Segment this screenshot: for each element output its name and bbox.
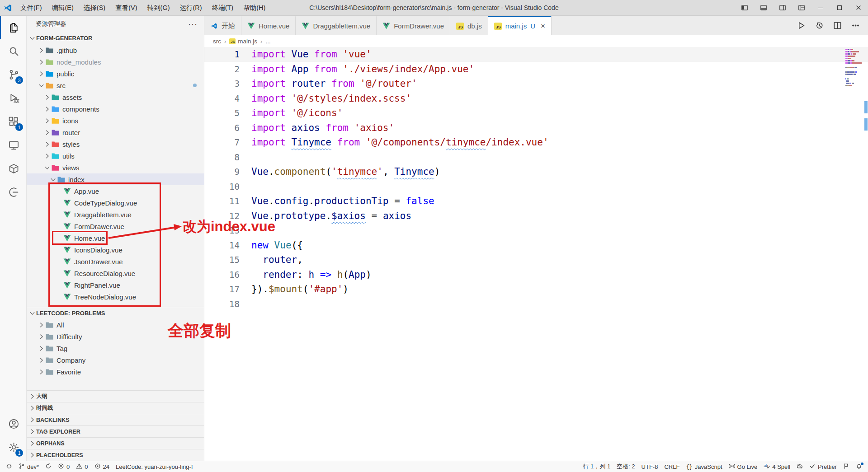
tree-item-treenodedialog.vue[interactable]: TreeNodeDialog.vue <box>27 291 204 303</box>
tree-item-draggableitem.vue[interactable]: DraggableItem.vue <box>27 209 204 220</box>
activity-containers-icon[interactable] <box>0 157 26 180</box>
menu-e[interactable]: 编辑(E) <box>47 0 79 15</box>
status-leetcode-account[interactable]: LeetCode: yuan-zui-you-ling-f <box>113 461 196 472</box>
section-tag-explorer[interactable]: TAG EXPLORER <box>27 425 204 437</box>
status-spell-checker[interactable]: ab4 Spell <box>760 461 793 472</box>
leetcode-item-difficulty[interactable]: Difficulty <box>27 331 204 342</box>
code-line-3[interactable]: 3import router from '@/router' <box>204 76 868 91</box>
status-indentation[interactable]: 空格: 2 <box>613 461 638 472</box>
code-line-10[interactable]: 10 <box>204 179 868 194</box>
breadcrumb-src[interactable]: src <box>213 38 221 45</box>
maximize-button[interactable] <box>830 0 849 15</box>
status-prettier[interactable]: Prettier <box>806 461 840 472</box>
status-remote[interactable] <box>3 461 15 472</box>
status-sync-changes[interactable] <box>42 461 55 472</box>
customize-layout-button[interactable] <box>792 0 811 15</box>
leetcode-item-all[interactable]: All <box>27 319 204 331</box>
activity-extensions-icon[interactable]: 1 <box>0 110 26 133</box>
section-form-generator[interactable]: FORM-GENERATOR <box>27 32 204 44</box>
tree-item-components[interactable]: components <box>27 103 204 115</box>
code-line-4[interactable]: 4import '@/styles/index.scss' <box>204 91 868 106</box>
section-leetcode-problems[interactable]: LEETCODE: PROBLEMS <box>27 307 204 319</box>
tree-item-router[interactable]: router <box>27 126 204 138</box>
activity-remote-explorer-icon[interactable] <box>0 133 26 157</box>
leetcode-item-favorite[interactable]: Favorite <box>27 366 204 378</box>
toggle-secondary-sidebar-button[interactable] <box>773 0 792 15</box>
code-line-9[interactable]: 9Vue.component('tinymce', Tinymce) <box>204 164 868 179</box>
tree-item-views[interactable]: views <box>27 162 204 173</box>
code-line-6[interactable]: 6import axios from 'axios' <box>204 121 868 136</box>
breadcrumb-...[interactable]: ... <box>265 38 270 45</box>
tab-db.js[interactable]: JSdb.js <box>450 16 488 35</box>
section-时间线[interactable]: 时间线 <box>27 402 204 414</box>
menu-s[interactable]: 选择(S) <box>79 0 110 15</box>
tree-item-codetypedialog.vue[interactable]: CodeTypeDialog.vue <box>27 197 204 209</box>
code-line-7[interactable]: 7import Tinymce from '@/components/tinym… <box>204 135 868 150</box>
code-line-8[interactable]: 8 <box>204 150 868 165</box>
leetcode-item-company[interactable]: Company <box>27 354 204 366</box>
code-line-16[interactable]: 16 render: h => h(App) <box>204 267 868 282</box>
status-git-branch[interactable]: dev* <box>15 461 42 472</box>
activity-account-icon[interactable] <box>0 412 26 435</box>
tab-[interactable]: 开始 <box>204 16 241 35</box>
tree-item-app.vue[interactable]: App.vue <box>27 185 204 197</box>
close-tab-icon[interactable]: × <box>541 22 545 30</box>
toggle-sidebar-button[interactable] <box>735 0 754 15</box>
tree-item-jsondrawer.vue[interactable]: JsonDrawer.vue <box>27 256 204 267</box>
tree-item-iconsdialog.vue[interactable]: IconsDialog.vue <box>27 244 204 256</box>
code-line-11[interactable]: 11Vue.config.productionTip = false <box>204 194 868 209</box>
menu-f[interactable]: 文件(F) <box>15 0 47 15</box>
activity-source-control-icon[interactable]: 3 <box>0 63 26 86</box>
activity-explorer-icon[interactable] <box>0 16 26 39</box>
code-line-13[interactable]: 13 <box>204 223 868 238</box>
code-line-18[interactable]: 18 <box>204 297 868 312</box>
code-line-1[interactable]: 1import Vue from 'vue' <box>204 47 868 62</box>
tree-item-resourcedialog.vue[interactable]: ResourceDialog.vue <box>27 267 204 279</box>
section-placeholders[interactable]: PLACEHOLDERS <box>27 449 204 461</box>
status-encoding[interactable]: UTF-8 <box>638 461 661 472</box>
tree-item-utils[interactable]: utils <box>27 150 204 162</box>
activity-run-debug-icon[interactable] <box>0 86 26 110</box>
status-errors[interactable]: 0 <box>55 461 73 472</box>
tree-item-.github[interactable]: .github <box>27 44 204 56</box>
code-line-2[interactable]: 2import App from './views/index/App.vue' <box>204 62 868 77</box>
tree-item-node_modules[interactable]: node_modules <box>27 56 204 68</box>
tree-item-public[interactable]: public <box>27 68 204 79</box>
section-orphans[interactable]: ORPHANS <box>27 437 204 449</box>
breadcrumb-main.js[interactable]: JSmain.js <box>229 38 257 45</box>
split-editor-button[interactable] <box>833 21 842 30</box>
toggle-panel-button[interactable] <box>754 0 773 15</box>
tree-item-formdrawer.vue[interactable]: FormDrawer.vue <box>27 220 204 232</box>
code-line-12[interactable]: 12Vue.prototype.$axios = axios <box>204 209 868 224</box>
code-line-14[interactable]: 14new Vue({ <box>204 238 868 253</box>
tab-main.js[interactable]: JSmain.jsU× <box>488 16 552 35</box>
status-cursor-position[interactable]: 行 1，列 1 <box>580 461 613 472</box>
code-line-15[interactable]: 15 router, <box>204 252 868 267</box>
tree-item-index[interactable]: index <box>27 173 204 185</box>
more-actions-button[interactable] <box>851 21 860 30</box>
status-cloud-off[interactable] <box>793 461 806 472</box>
tree-item-icons[interactable]: icons <box>27 115 204 126</box>
status-info-count[interactable]: 24 <box>91 461 113 472</box>
status-go-live[interactable]: Go Live <box>726 461 761 472</box>
tree-item-styles[interactable]: styles <box>27 138 204 150</box>
status-notifications[interactable] <box>853 461 865 472</box>
run-button[interactable] <box>797 21 806 30</box>
status-language-mode[interactable]: {}JavaScript <box>683 461 725 472</box>
status-eol[interactable]: CRLF <box>661 461 683 472</box>
tab-draggableitem.vue[interactable]: DraggableItem.vue <box>296 16 377 35</box>
tree-item-src[interactable]: src <box>27 79 204 91</box>
tab-formdrawer.vue[interactable]: FormDrawer.vue <box>377 16 450 35</box>
leetcode-item-tag[interactable]: Tag <box>27 342 204 354</box>
tree-item-assets[interactable]: assets <box>27 91 204 103</box>
code-editor[interactable]: 1import Vue from 'vue'2import App from '… <box>204 47 868 461</box>
section-backlinks[interactable]: BACKLINKS <box>27 414 204 425</box>
close-button[interactable] <box>849 0 868 15</box>
menu-g[interactable]: 转到(G) <box>142 0 175 15</box>
code-line-17[interactable]: 17}).$mount('#app') <box>204 282 868 297</box>
code-line-5[interactable]: 5import '@/icons' <box>204 106 868 121</box>
activity-search-icon[interactable] <box>0 39 26 63</box>
section-大纲[interactable]: 大纲 <box>27 390 204 402</box>
menu-v[interactable]: 查看(V) <box>110 0 142 15</box>
activity-leetcode-icon[interactable] <box>0 180 26 204</box>
